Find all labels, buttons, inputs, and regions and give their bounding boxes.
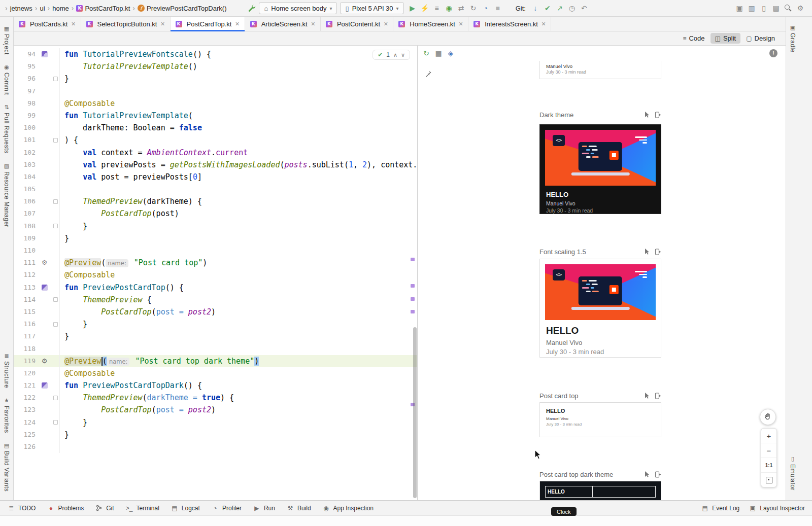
pin-icon[interactable] bbox=[425, 70, 432, 79]
code-line-106[interactable]: 106 ThemedPreview(darkTheme) { bbox=[14, 195, 417, 207]
tab-postcards-kt[interactable]: KPostCards.kt× bbox=[14, 17, 81, 31]
pan-tool-button[interactable] bbox=[760, 409, 776, 425]
code-line-113[interactable]: 113fun PreviewPostCardTop() { bbox=[14, 282, 417, 294]
tool-stripe-project[interactable]: ▦Project bbox=[3, 25, 10, 55]
statusbar-run[interactable]: ▶Run bbox=[253, 505, 275, 512]
sdk-manager-icon[interactable]: ▤ bbox=[770, 3, 782, 14]
deploy-preview-icon[interactable] bbox=[655, 393, 661, 399]
zoom-out-button[interactable]: − bbox=[761, 443, 776, 458]
layers-icon[interactable]: ◈ bbox=[445, 48, 456, 59]
preview-settings-icon[interactable]: ⚙ bbox=[42, 355, 48, 367]
update-project-icon[interactable]: ↓ bbox=[530, 3, 541, 14]
preview-issues-icon[interactable]: ! bbox=[769, 49, 777, 57]
search-icon[interactable] bbox=[783, 3, 794, 14]
tab-postcardtop-kt[interactable]: KPostCardTop.kt× bbox=[171, 17, 245, 31]
code-line-120[interactable]: 120@Composable bbox=[14, 367, 417, 379]
avd-manager-icon[interactable]: ▯ bbox=[758, 3, 769, 14]
push-icon[interactable]: ↗ bbox=[554, 3, 565, 14]
close-icon[interactable]: × bbox=[542, 20, 546, 28]
code-line-101[interactable]: 101) { bbox=[14, 134, 417, 146]
zoom-to-fit-button[interactable] bbox=[761, 472, 776, 487]
editor-scrollbar[interactable] bbox=[413, 327, 417, 498]
statusbar-app-inspection[interactable]: ◉App Inspection bbox=[322, 505, 374, 512]
statusbar-layout-inspector[interactable]: ▣Layout Inspector bbox=[749, 505, 805, 512]
code-line-102[interactable]: 102 val context = AmbientContext.current bbox=[14, 147, 417, 159]
tool-stripe-structure[interactable]: ≣Structure bbox=[3, 353, 10, 388]
tool-stripe-commit[interactable]: ◉Commit bbox=[3, 64, 10, 95]
code-line-94[interactable]: 94fun TutorialPreviewFontscale() { bbox=[14, 48, 417, 60]
tool-stripe-pull-requests[interactable]: ⇅Pull Requests bbox=[3, 104, 10, 154]
prev-issue-icon[interactable]: ∧ bbox=[393, 52, 397, 58]
close-icon[interactable]: × bbox=[384, 20, 388, 28]
stop-icon[interactable]: ■ bbox=[492, 3, 503, 14]
crumb-jetnews[interactable]: jetnews bbox=[10, 5, 32, 12]
mode-split[interactable]: ◫Split bbox=[710, 33, 741, 44]
inspection-widget[interactable]: ✔ 1 ∧ ∨ bbox=[373, 50, 410, 60]
code-line-96[interactable]: 96} bbox=[14, 73, 417, 85]
debug-icon[interactable]: ◉ bbox=[444, 3, 455, 14]
crumb-ui[interactable]: ui bbox=[40, 5, 45, 12]
code-line-116[interactable]: 116 } bbox=[14, 318, 417, 330]
crumb-previewpostcardtopdark[interactable]: fPreviewPostCardTopDark() bbox=[138, 5, 227, 12]
code-line-95[interactable]: 95 TutorialPreviewTemplate() bbox=[14, 60, 417, 73]
deploy-preview-icon[interactable] bbox=[655, 471, 661, 478]
deploy-preview-icon[interactable] bbox=[655, 249, 661, 255]
code-line-115[interactable]: 115 PostCardTop(post = post2) bbox=[14, 306, 417, 318]
statusbar-profiler[interactable]: ◔Profiler bbox=[211, 505, 242, 512]
apply-changes-icon[interactable]: ⚡ bbox=[419, 3, 430, 14]
profile-icon[interactable]: ≡ bbox=[431, 3, 443, 14]
statusbar-todo[interactable]: ≣TODO bbox=[7, 505, 36, 512]
close-icon[interactable]: × bbox=[235, 20, 239, 28]
rollback-icon[interactable]: ↶ bbox=[579, 3, 590, 14]
code-line-99[interactable]: 99fun TutorialPreviewTemplate( bbox=[14, 110, 417, 122]
code-line-111[interactable]: 111⚙@Preview(name: "Post card top") bbox=[14, 257, 417, 269]
code-editor[interactable]: 94fun TutorialPreviewFontscale() {95 Tut… bbox=[14, 46, 417, 500]
run-button[interactable]: ▶ bbox=[407, 3, 418, 14]
code-line-122[interactable]: 122 ThemedPreview(darkTheme = true) { bbox=[14, 392, 417, 404]
statusbar-build[interactable]: ⚒Build bbox=[286, 505, 311, 512]
attach-debugger-icon[interactable]: ⇄ bbox=[456, 3, 467, 14]
code-line-100[interactable]: 100 darkTheme: Boolean = false bbox=[14, 122, 417, 134]
interactive-preview-icon[interactable] bbox=[645, 471, 650, 477]
commit-icon[interactable]: ✔ bbox=[542, 3, 553, 14]
crumb-home[interactable]: home bbox=[52, 5, 69, 12]
compose-preview-run-icon[interactable] bbox=[42, 382, 48, 389]
apply-code-changes-icon[interactable]: ↻ bbox=[468, 3, 479, 14]
code-line-103[interactable]: 103 val previewPosts = getPostsWithImage… bbox=[14, 159, 417, 171]
settings-icon[interactable]: ⚙ bbox=[795, 3, 806, 14]
tool-stripe-gradle[interactable]: ▣Gradle bbox=[789, 24, 796, 53]
close-icon[interactable]: × bbox=[311, 20, 315, 28]
close-icon[interactable]: × bbox=[160, 20, 164, 28]
tool-stripe-resource-manager[interactable]: ▧Resource Manager bbox=[3, 163, 10, 227]
close-icon[interactable]: × bbox=[71, 20, 75, 28]
next-issue-icon[interactable]: ∨ bbox=[401, 52, 405, 58]
code-line-112[interactable]: 112@Composable bbox=[14, 269, 417, 281]
tab-articlescreen-kt[interactable]: KArticleScreen.kt× bbox=[245, 17, 321, 31]
code-line-105[interactable]: 105 bbox=[14, 183, 417, 195]
zoom-in-button[interactable]: + bbox=[761, 429, 776, 443]
device-selector[interactable]: ▯ Pixel 5 API 30 ▾ bbox=[340, 2, 403, 14]
preview-settings-icon[interactable]: ⚙ bbox=[42, 257, 48, 269]
statusbar-git[interactable]: Git bbox=[95, 505, 114, 512]
tab-postcontent-kt[interactable]: KPostContent.kt× bbox=[321, 17, 393, 31]
statusbar-logcat[interactable]: ▤Logcat bbox=[171, 505, 200, 512]
code-line-117[interactable]: 117} bbox=[14, 330, 417, 342]
code-area[interactable]: 94fun TutorialPreviewFontscale() {95 Tut… bbox=[14, 46, 417, 453]
code-line-98[interactable]: 98@Composable bbox=[14, 97, 417, 110]
close-icon[interactable]: × bbox=[459, 20, 463, 28]
tool-stripe-emulator[interactable]: ▯Emulator bbox=[789, 455, 796, 490]
code-line-123[interactable]: 123 PostCardTop(post = post2) bbox=[14, 404, 417, 416]
interactive-preview-icon[interactable] bbox=[645, 393, 650, 399]
crumb-postcardtop-kt[interactable]: KPostCardTop.kt bbox=[76, 5, 130, 12]
code-line-125[interactable]: 125} bbox=[14, 429, 417, 441]
statusbar-problems[interactable]: ●Problems bbox=[47, 505, 84, 512]
deploy-preview-icon[interactable] bbox=[655, 112, 661, 118]
tab-interestsscreen-kt[interactable]: KInterestsScreen.kt× bbox=[468, 17, 551, 31]
build-refresh-icon[interactable]: ↻ bbox=[421, 48, 432, 59]
code-line-97[interactable]: 97 bbox=[14, 85, 417, 97]
code-line-119[interactable]: 119⚙@Preview(name: "Post card top dark t… bbox=[14, 355, 417, 367]
code-line-114[interactable]: 114 ThemedPreview { bbox=[14, 294, 417, 306]
statusbar-event-log[interactable]: ▤Event Log bbox=[701, 505, 739, 512]
interactive-preview-icon[interactable] bbox=[645, 112, 650, 118]
code-line-108[interactable]: 108 } bbox=[14, 220, 417, 232]
